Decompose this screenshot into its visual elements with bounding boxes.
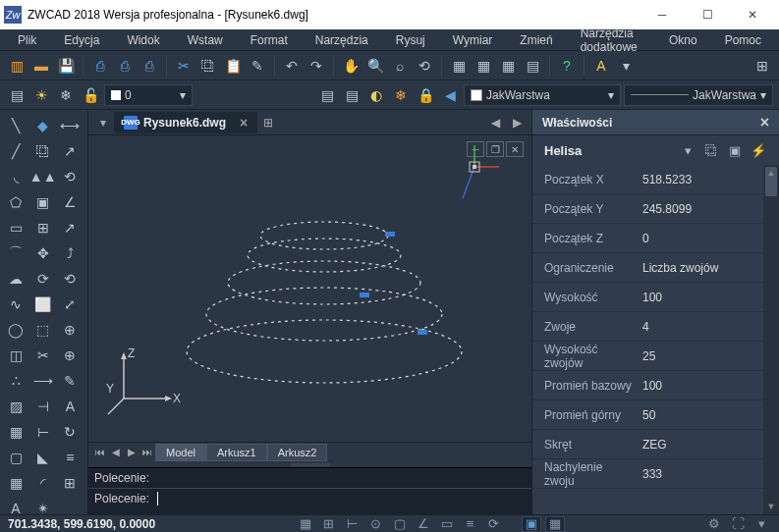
ortho-icon[interactable]: ⊢ [343,516,362,532]
zoom-window-icon[interactable]: ⌕ [389,55,411,77]
fillet-icon[interactable]: ◜ [31,471,55,495]
dim-radius-icon[interactable]: ⟲ [58,165,82,188]
menu-extra[interactable]: Narzędzia dodatkowe [567,25,655,56]
property-value[interactable]: 0 [635,232,779,245]
coordinates[interactable]: 701.3438, 599.6190, 0.0000 [8,517,155,531]
pan-icon[interactable]: ✋ [340,55,362,77]
dim-jogged-icon[interactable]: ⤴ [58,241,82,265]
property-row[interactable]: Wysokość zwojów25 [532,342,779,371]
select-objects-icon[interactable]: ▣ [726,141,744,159]
table-icon[interactable]: ▦ [4,471,28,495]
gradient-icon[interactable]: ▦ [4,420,28,444]
menu-view[interactable]: Widok [113,31,173,49]
menu-help[interactable]: Pomoc [711,31,775,49]
lwt-icon[interactable]: ≡ [461,516,480,532]
dim-override-icon[interactable]: ⊞ [58,471,82,495]
cut-icon[interactable]: ✂ [173,55,195,77]
mdi-close-icon[interactable]: ✕ [506,141,524,157]
dim-edit-icon[interactable]: ✎ [58,369,82,393]
offset-icon[interactable]: ▣ [31,190,55,214]
tab-new-icon[interactable]: ⊞ [259,114,277,132]
property-row[interactable]: Początek Y245.8099 [532,194,779,224]
properties-icon[interactable]: ▦ [448,55,470,77]
save-icon[interactable]: 💾 [55,55,77,77]
tab-close-icon[interactable]: × [240,115,248,131]
ucs-icon[interactable]: X Z Y [106,344,185,422]
stretch-icon[interactable]: ⬚ [31,318,55,342]
erase-icon[interactable]: ◆ [31,114,55,137]
array-icon[interactable]: ⊞ [31,216,55,239]
layer-select[interactable]: 0 ▾ [104,84,193,106]
layer-freeze2-icon[interactable]: ❄ [390,84,412,106]
extend-icon[interactable]: ⟶ [31,369,55,393]
property-value[interactable]: 333 [635,467,779,481]
zoom-previous-icon[interactable]: ⟲ [414,55,435,77]
drawing-canvas[interactable]: ─ ❐ ✕ [88,135,531,461]
dropdown-icon[interactable]: ▾ [615,55,637,77]
layer-off-icon[interactable]: ◐ [365,84,387,106]
undo-icon[interactable]: ↶ [281,55,303,77]
break-icon[interactable]: ⊣ [31,395,55,418]
tab-layout2[interactable]: Arkusz2 [267,444,328,461]
property-value[interactable]: ZEG [635,438,779,452]
xline-icon[interactable]: ╱ [4,139,28,163]
tolerance-icon[interactable]: ⊕ [58,318,82,342]
block-icon[interactable]: ◫ [4,344,28,367]
menu-tools[interactable]: Narzędzia [302,31,382,49]
dyn-icon[interactable]: ▭ [437,516,457,532]
view-cube-axes[interactable] [455,143,504,202]
menu-dimension[interactable]: Wymiar [439,31,507,49]
dimension-icon[interactable]: ⟷ [58,114,82,137]
property-value[interactable]: 518.5233 [635,173,779,186]
menu-format[interactable]: Format [237,31,302,49]
property-row[interactable]: Zwoje4 [532,312,779,342]
layer-state-icon[interactable]: ▤ [316,84,338,106]
property-value[interactable]: Liczba zwojów [635,261,779,275]
layout-last-icon[interactable]: ⏭ [139,445,155,460]
properties-scrollbar[interactable]: ▲ ▼ [763,165,779,514]
property-row[interactable]: SkrętZEG [532,430,779,459]
properties-close-icon[interactable]: × [760,114,769,132]
design-center-icon[interactable]: ▦ [473,55,494,77]
print-icon[interactable]: ⎙ [89,55,111,77]
cycle-icon[interactable]: ⟳ [484,516,504,532]
dim-angular-icon[interactable]: ↗ [58,216,82,239]
property-row[interactable]: OgraniczenieLiczba zwojów [532,253,779,283]
layout-prev-icon[interactable]: ◀ [108,445,124,460]
mirror-icon[interactable]: ▲▲ [31,165,55,188]
layout-first-icon[interactable]: ⏮ [92,445,108,460]
doc-tab[interactable]: DWG Rysunek6.dwg × [114,112,257,133]
text-style-icon[interactable]: A [590,55,612,77]
properties-header[interactable]: Właściwości × [532,110,779,135]
property-value[interactable]: 100 [635,291,779,304]
dim-jogged2-icon[interactable]: ⟲ [58,267,82,291]
quickprops-icon[interactable]: ▦ [545,516,565,532]
property-value[interactable]: 245.8099 [635,202,779,216]
layer-sun-icon[interactable]: ☀ [30,84,52,106]
maximize-button[interactable]: ☐ [685,0,730,29]
tab-model[interactable]: Model [155,444,206,461]
polygon-icon[interactable]: ⬠ [4,190,28,214]
layout-next-icon[interactable]: ▶ [124,445,139,460]
tab-scroll-right-icon[interactable]: ▶ [508,114,526,132]
fullscreen-icon[interactable]: ⛶ [728,516,748,532]
tool-palette-icon[interactable]: ▦ [497,55,519,77]
scroll-down-icon[interactable]: ▼ [763,499,779,514]
property-value[interactable]: 50 [635,408,779,422]
dim-diameter-icon[interactable]: ∠ [58,190,82,214]
snap-icon[interactable]: ⊞ [319,516,339,532]
status-dropdown-icon[interactable]: ▾ [751,516,771,532]
center-mark-icon[interactable]: ⊕ [58,344,82,367]
close-button[interactable]: ✕ [730,0,775,29]
chevron-down-icon[interactable]: ▾ [679,141,696,159]
property-row[interactable]: Początek Z0 [532,224,779,253]
layer-lock-icon[interactable]: 🔓 [80,84,101,106]
tab-dropdown-icon[interactable]: ▾ [94,114,112,132]
expand-icon[interactable]: ⊞ [751,55,773,77]
menu-window[interactable]: Okno [655,31,711,49]
new-icon[interactable]: ▥ [6,55,28,77]
line-icon[interactable]: ╲ [4,114,28,137]
layer-lock2-icon[interactable]: 🔒 [415,84,436,106]
menu-draw[interactable]: Rysuj [382,31,439,49]
paste-icon[interactable]: 📋 [222,55,244,77]
